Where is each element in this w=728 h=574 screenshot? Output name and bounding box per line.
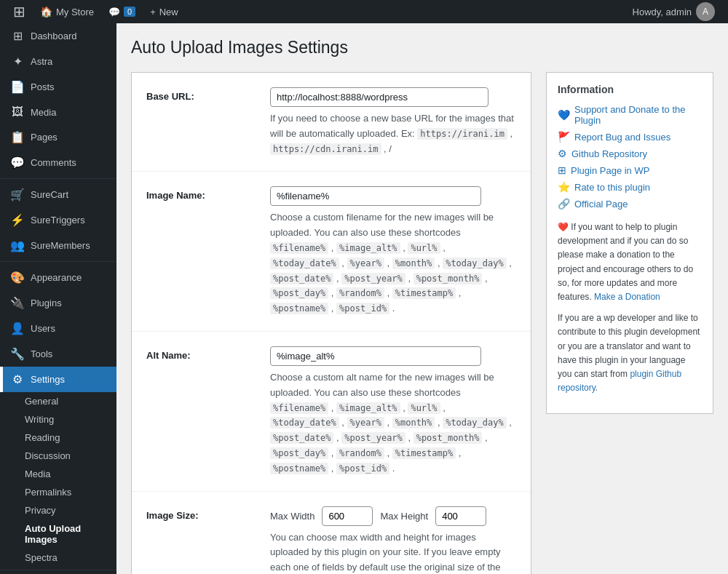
- sidebar-item-surecart[interactable]: 🛒 SureCart: [0, 182, 116, 207]
- tools-icon: 🔧: [10, 347, 25, 361]
- base-url-label: Base URL:: [146, 87, 256, 102]
- submenu-item-auto-upload-images[interactable]: Auto Upload Images: [0, 519, 116, 549]
- submenu-item-reading[interactable]: Reading: [0, 428, 116, 447]
- wordpress-icon: ⊞: [13, 3, 25, 20]
- info-desc-1: ❤️ If you want to help to plugin develop…: [558, 220, 702, 304]
- link-support-label: Support and Donate to the Plugin: [574, 104, 702, 126]
- heart-icon: ❤️: [558, 222, 569, 232]
- link-report-bug-label: Report Bug and Issues: [574, 132, 670, 143]
- sidebar-label-suretriggers: SureTriggers: [31, 215, 85, 226]
- sidebar-item-plugins[interactable]: 🔌 Plugins: [0, 290, 116, 316]
- sidebar-item-media[interactable]: 🖼 Media: [0, 100, 116, 124]
- link-github[interactable]: ⚙ Github Repository: [558, 148, 702, 159]
- plus-icon: +: [150, 7, 156, 17]
- wp-icon: ⊞: [558, 164, 566, 176]
- sidebar-item-comments[interactable]: 💬 Comments: [0, 150, 116, 175]
- sidebar-label-astra: Astra: [31, 56, 52, 67]
- howdy-text: Howdy, admin: [633, 7, 692, 17]
- users-icon: 👤: [10, 322, 25, 335]
- info-sidebar: Information 💙 Support and Donate to the …: [546, 72, 713, 574]
- sidebar-item-posts[interactable]: 📄 Posts: [0, 74, 116, 100]
- sidebar-label-media: Media: [31, 107, 56, 118]
- sidebar-item-appearance[interactable]: 🎨 Appearance: [0, 265, 116, 290]
- comments-menu[interactable]: 💬 0: [101, 0, 143, 23]
- settings-submenu: General Writing Reading Discussion Media…: [0, 392, 116, 567]
- submenu-item-permalinks[interactable]: Permalinks: [0, 483, 116, 501]
- sidebar-item-pages[interactable]: 📋 Pages: [0, 124, 116, 150]
- info-links: 💙 Support and Donate to the Plugin 🚩 Rep…: [558, 104, 702, 210]
- image-size-row: Image Size: Max Width Max Height You can…: [132, 492, 531, 574]
- sidebar-item-suremembers[interactable]: 👥 SureMembers: [0, 233, 116, 258]
- dashboard-icon: ⊞: [10, 29, 25, 43]
- link-rate[interactable]: ⭐ Rate to this plugin: [558, 181, 702, 193]
- max-height-input[interactable]: [435, 506, 486, 526]
- admin-bar: ⊞ 🏠 My Store 💬 0 + New Howdy, admin A: [0, 0, 728, 23]
- alt-name-input[interactable]: [270, 346, 481, 366]
- sidebar-label-comments: Comments: [31, 157, 76, 168]
- donate-link[interactable]: Make a Donation: [594, 292, 660, 302]
- max-height-label: Max Height: [380, 511, 428, 522]
- comment-count: 0: [124, 7, 135, 17]
- sidebar-label-suremembers: SureMembers: [31, 240, 90, 251]
- image-size-desc: You can choose max width and height for …: [270, 530, 516, 574]
- sidebar-label-posts: Posts: [31, 81, 55, 92]
- link-github-label: Github Repository: [571, 148, 647, 159]
- avatar: A: [696, 2, 715, 21]
- wp-logo-menu[interactable]: ⊞: [6, 0, 33, 23]
- sidebar-item-dashboard[interactable]: ⊞ Dashboard: [0, 23, 116, 49]
- max-width-label: Max Width: [270, 511, 314, 522]
- base-url-row: Base URL: If you need to choose a new ba…: [132, 73, 531, 172]
- link-official[interactable]: 🔗 Official Page: [558, 198, 702, 210]
- submenu-item-discussion[interactable]: Discussion: [0, 447, 116, 465]
- alt-name-label: Alt Name:: [146, 346, 256, 361]
- sidebar-item-suretriggers[interactable]: ⚡ SureTriggers: [0, 207, 116, 233]
- site-name-menu[interactable]: 🏠 My Store: [33, 0, 101, 23]
- max-width-input[interactable]: [322, 506, 373, 526]
- flag-icon: 🚩: [558, 131, 570, 143]
- sidebar-label-users: Users: [31, 323, 55, 334]
- submenu-item-writing[interactable]: Writing: [0, 410, 116, 428]
- settings-icon: ⚙: [10, 372, 25, 386]
- link-official-label: Official Page: [574, 199, 628, 210]
- submenu-item-media[interactable]: Media: [0, 465, 116, 483]
- site-name: My Store: [56, 7, 94, 17]
- comments-icon: 💬: [10, 156, 25, 170]
- image-name-desc: Choose a custom filename for the new ima…: [270, 210, 516, 316]
- main-content: Auto Upload Images Settings Base URL: If…: [116, 23, 728, 574]
- home-icon: 🏠: [40, 6, 52, 17]
- image-name-label: Image Name:: [146, 186, 256, 201]
- link-report-bug[interactable]: 🚩 Report Bug and Issues: [558, 131, 702, 143]
- comment-icon: 💬: [108, 7, 120, 17]
- sidebar-label-plugins: Plugins: [31, 298, 62, 308]
- surecart-icon: 🛒: [10, 188, 25, 202]
- submenu-item-general[interactable]: General: [0, 392, 116, 410]
- sidebar-label-tools: Tools: [31, 348, 52, 359]
- image-size-field: Max Width Max Height You can choose max …: [270, 506, 516, 574]
- link-plugin-page-label: Plugin Page in WP: [571, 165, 649, 176]
- base-url-desc: If you need to choose a new base URL for…: [270, 111, 516, 156]
- user-menu[interactable]: Howdy, admin A: [625, 2, 722, 21]
- sidebar-label-settings: Settings: [31, 374, 65, 385]
- image-size-label: Image Size:: [146, 506, 256, 521]
- sidebar-item-settings[interactable]: ⚙ Settings: [0, 367, 116, 392]
- github-repo-link[interactable]: plugin Github repository: [558, 369, 681, 393]
- image-name-input[interactable]: [270, 186, 481, 206]
- sidebar-label-dashboard: Dashboard: [31, 31, 77, 41]
- star-icon: ⭐: [558, 181, 570, 193]
- info-desc-2: If you are a wp developer and like to co…: [558, 311, 702, 395]
- sidebar-item-tools[interactable]: 🔧 Tools: [0, 341, 116, 367]
- base-url-field: If you need to choose a new base URL for…: [270, 87, 516, 156]
- link-support-donate[interactable]: 💙 Support and Donate to the Plugin: [558, 104, 702, 126]
- sidebar-item-users[interactable]: 👤 Users: [0, 316, 116, 341]
- base-url-input[interactable]: [270, 87, 488, 107]
- link-plugin-page[interactable]: ⊞ Plugin Page in WP: [558, 164, 702, 176]
- submenu-item-spectra[interactable]: Spectra: [0, 549, 116, 567]
- image-name-field: Choose a custom filename for the new ima…: [270, 186, 516, 316]
- media-icon: 🖼: [10, 105, 25, 119]
- page-title: Auto Upload Images Settings: [131, 38, 713, 57]
- submenu-item-privacy[interactable]: Privacy: [0, 501, 116, 519]
- alt-name-field: Choose a custom alt name for the new ima…: [270, 346, 516, 477]
- appearance-icon: 🎨: [10, 271, 25, 284]
- new-content-menu[interactable]: + New: [143, 0, 186, 23]
- sidebar-item-astra[interactable]: ✦ Astra: [0, 49, 116, 74]
